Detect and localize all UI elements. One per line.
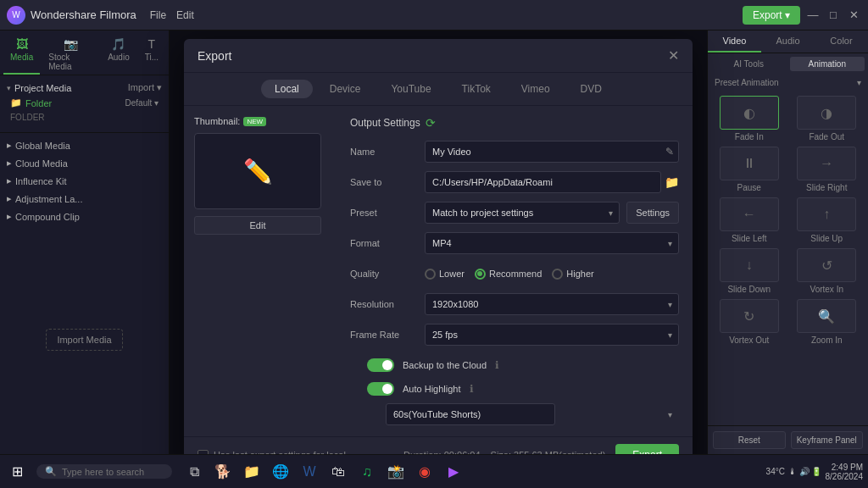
modal-close-button[interactable]: ✕ xyxy=(668,47,679,64)
format-row: Format MP4 xyxy=(350,231,679,255)
anim-label-slide-down: Slide Down xyxy=(727,285,771,294)
tab-media[interactable]: 🖼 Media xyxy=(3,34,40,75)
taskbar-app-store[interactable]: 🛍 xyxy=(326,460,350,484)
backup-cloud-toggle[interactable] xyxy=(367,358,394,372)
tab-vimeo[interactable]: Vimeo xyxy=(508,80,564,98)
preset-expand-icon[interactable]: ▾ xyxy=(857,78,861,87)
use-last-checkbox[interactable] xyxy=(198,450,209,455)
folder-dropdown[interactable]: Default ▾ xyxy=(125,98,159,108)
tab-stock-media[interactable]: 📷 Stock Media xyxy=(42,34,99,75)
name-input[interactable] xyxy=(425,141,679,163)
tab-ti[interactable]: T Ti... xyxy=(138,34,165,75)
taskbar-search-input[interactable] xyxy=(62,467,164,477)
save-to-input[interactable] xyxy=(425,171,661,193)
right-panel: Video Audio Color AI Tools Animation Pre… xyxy=(707,30,868,454)
tab-audio[interactable]: 🎵 Audio xyxy=(101,34,136,75)
app-title: Wondershare Filmora xyxy=(31,8,136,21)
taskbar-app-edge[interactable]: 🌐 xyxy=(269,460,292,484)
highlight-select[interactable]: 60s(YouTube Shorts) xyxy=(386,403,555,425)
anim-label-fade-in: Fade In xyxy=(735,132,764,141)
radio-recommend[interactable] xyxy=(475,269,486,280)
radio-lower[interactable] xyxy=(425,269,436,280)
folder-browse-button[interactable]: 📁 xyxy=(665,175,679,189)
anim-vortex-in[interactable]: ↺ Vortex In xyxy=(791,248,864,294)
auto-highlight-toggle[interactable] xyxy=(367,382,394,396)
settings-sync-icon: ⟳ xyxy=(426,116,436,130)
windows-start-button[interactable]: ⊞ xyxy=(5,460,30,483)
anim-thumb-slide-right: → xyxy=(797,147,856,180)
preset-select[interactable]: Match to project settings xyxy=(425,202,620,224)
quality-lower[interactable]: Lower xyxy=(425,269,465,280)
anim-thumb-slide-left: ← xyxy=(720,197,779,231)
subtab-animation[interactable]: Animation xyxy=(790,57,865,71)
anim-slide-down[interactable]: ↓ Slide Down xyxy=(713,248,786,294)
subtab-ai-tools[interactable]: AI Tools xyxy=(711,57,787,71)
menu-edit[interactable]: Edit xyxy=(176,9,194,21)
highlight-select-container: 60s(YouTube Shorts) xyxy=(386,403,679,425)
radio-higher[interactable] xyxy=(552,269,563,280)
folder-icon: 📁 xyxy=(10,97,22,108)
app-logo: W Wondershare Filmora xyxy=(7,6,136,25)
taskbar-app-terminal[interactable]: ▶ xyxy=(442,460,465,484)
resolution-select[interactable]: 1920x1080 xyxy=(425,293,679,315)
modal-tabs: Local Device YouTube TikTok Vimeo DVD xyxy=(184,73,693,106)
anim-zoom-in[interactable]: 🔍 Zoom In xyxy=(791,299,864,345)
close-button[interactable]: ✕ xyxy=(846,8,861,23)
settings-button[interactable]: Settings xyxy=(626,202,679,224)
anim-slide-left[interactable]: ← Slide Left xyxy=(713,197,786,243)
maximize-button[interactable]: □ xyxy=(826,8,841,23)
adjustment-label: Adjustment La... xyxy=(15,194,83,204)
preset-select-container: Match to project settings xyxy=(425,202,620,224)
tab-youtube[interactable]: YouTube xyxy=(377,80,444,98)
cloud-media-row[interactable]: ▸ Cloud Media xyxy=(0,154,169,172)
framerate-row: Frame Rate 25 fps xyxy=(350,323,679,347)
taskbar-app-camera[interactable]: 📸 xyxy=(384,460,408,484)
influence-row[interactable]: ▸ Influence Kit xyxy=(0,172,169,190)
import-button[interactable]: Import ▾ xyxy=(128,82,162,93)
export-button-top[interactable]: Export ▾ xyxy=(743,6,800,25)
backup-help-icon[interactable]: ℹ xyxy=(495,359,499,371)
keyframe-panel-button[interactable]: Keyframe Panel xyxy=(791,431,864,449)
taskbar-app-explorer[interactable]: 📁 xyxy=(240,460,264,484)
taskbar-app-spotify[interactable]: ♫ xyxy=(355,460,379,484)
project-media-header[interactable]: ▾ Project Media Import ▾ xyxy=(7,80,162,95)
anim-slide-right[interactable]: → Slide Right xyxy=(791,147,864,192)
tab-dvd[interactable]: DVD xyxy=(567,80,615,98)
taskbar-right: 34°C 🌡 🔊 🔋 2:49 PM 8/26/2024 xyxy=(766,463,863,481)
top-bar: W Wondershare Filmora File Edit Export ▾… xyxy=(0,0,868,30)
compound-row[interactable]: ▸ Compound Clip xyxy=(0,208,169,225)
taskbar-app-view[interactable]: ⧉ xyxy=(182,460,206,484)
right-tab-audio[interactable]: Audio xyxy=(761,30,815,53)
import-media-button[interactable]: Import Media xyxy=(46,329,122,351)
tab-tiktok[interactable]: TikTok xyxy=(448,80,504,98)
anim-label-vortex-out: Vortex Out xyxy=(729,336,769,345)
right-tab-color[interactable]: Color xyxy=(815,30,868,53)
anim-slide-up[interactable]: ↑ Slide Up xyxy=(791,197,864,243)
quality-recommend[interactable]: Recommend xyxy=(475,269,542,280)
taskbar-app-word[interactable]: W xyxy=(298,460,321,484)
format-label: Format xyxy=(350,238,418,248)
framerate-select[interactable]: 25 fps xyxy=(425,324,679,346)
export-final-button[interactable]: Export xyxy=(615,444,679,454)
global-media-row[interactable]: ▸ Global Media xyxy=(0,136,169,154)
anim-fade-in[interactable]: ◐ Fade In xyxy=(713,96,786,141)
format-select[interactable]: MP4 xyxy=(425,232,679,254)
adjustment-row[interactable]: ▸ Adjustment La... xyxy=(0,190,169,208)
tab-device[interactable]: Device xyxy=(316,80,375,98)
right-tab-video[interactable]: Video xyxy=(708,30,761,53)
anim-pause[interactable]: ⏸ Pause xyxy=(713,147,786,192)
settings-area: Output Settings ⟳ Name ✎ xyxy=(337,106,693,436)
reset-button[interactable]: Reset xyxy=(713,431,786,449)
minimize-button[interactable]: — xyxy=(805,8,821,23)
tab-local[interactable]: Local xyxy=(261,80,313,98)
modal-backdrop: Export ✕ Local Device YouTube TikTok Vim… xyxy=(170,30,707,454)
edit-button[interactable]: Edit xyxy=(194,216,321,235)
folder-row[interactable]: 📁 Folder Default ▾ xyxy=(7,95,162,111)
taskbar-dog-emoji[interactable]: 🐕 xyxy=(211,460,235,484)
menu-file[interactable]: File xyxy=(150,9,166,21)
quality-higher[interactable]: Higher xyxy=(552,269,593,280)
auto-highlight-help-icon[interactable]: ℹ xyxy=(470,383,474,395)
taskbar-app-chrome[interactable]: ◉ xyxy=(413,460,437,484)
anim-vortex-out[interactable]: ↻ Vortex Out xyxy=(713,299,786,345)
anim-fade-out[interactable]: ◑ Fade Out xyxy=(791,96,864,141)
